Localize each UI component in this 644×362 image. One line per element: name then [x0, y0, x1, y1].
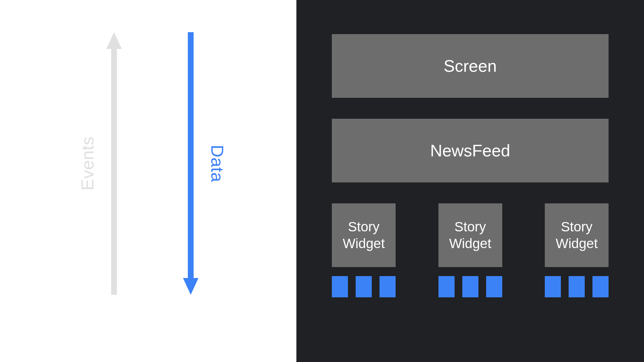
chip-group	[332, 276, 396, 297]
chip-group	[545, 276, 609, 297]
chips-row	[332, 276, 609, 297]
data-chip	[438, 276, 455, 297]
arrow-down-icon	[183, 32, 198, 295]
data-chip	[462, 276, 478, 297]
story-widget-box: StoryWidget	[438, 203, 502, 267]
story-widget-box: StoryWidget	[545, 203, 609, 267]
screen-box: Screen	[332, 34, 609, 98]
left-panel: Events Data	[0, 0, 296, 362]
data-chip	[569, 276, 585, 297]
svg-marker-0	[106, 32, 122, 295]
data-chip	[356, 276, 372, 297]
story-widget-label: StoryWidget	[449, 218, 491, 252]
diagram-stage: Events Data Screen NewsFeed StoryWidget …	[0, 0, 644, 362]
newsfeed-box: NewsFeed	[332, 119, 609, 182]
right-panel: Screen NewsFeed StoryWidget StoryWidget …	[296, 0, 644, 362]
svg-marker-1	[183, 32, 198, 295]
data-chip	[545, 276, 561, 297]
story-widget-label: StoryWidget	[343, 218, 385, 252]
events-arrow-block: Events	[77, 32, 122, 295]
screen-box-label: Screen	[444, 56, 497, 76]
story-widget-box: StoryWidget	[332, 203, 396, 267]
data-chip	[486, 276, 502, 297]
data-chip	[592, 276, 609, 297]
data-arrow-block: Data	[183, 32, 227, 295]
events-label: Events	[77, 136, 97, 190]
data-chip	[332, 276, 348, 297]
newsfeed-box-label: NewsFeed	[430, 141, 510, 160]
arrow-up-icon	[106, 32, 122, 295]
story-widget-label: StoryWidget	[556, 218, 598, 252]
widget-row: StoryWidget StoryWidget StoryWidget	[332, 203, 609, 267]
data-chip	[380, 276, 396, 297]
data-label: Data	[207, 145, 227, 182]
chip-group	[438, 276, 502, 297]
